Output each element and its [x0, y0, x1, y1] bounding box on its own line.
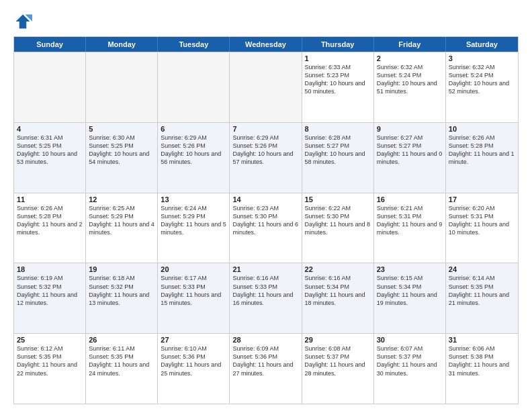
- calendar-cell-2-5: 16Sunrise: 6:21 AM Sunset: 5:31 PM Dayli…: [374, 193, 446, 263]
- day-info: Sunrise: 6:27 AM Sunset: 5:27 PM Dayligh…: [377, 134, 443, 167]
- day-info: Sunrise: 6:19 AM Sunset: 5:32 PM Dayligh…: [17, 274, 83, 307]
- day-info: Sunrise: 6:29 AM Sunset: 5:26 PM Dayligh…: [161, 134, 226, 167]
- day-number: 31: [449, 336, 515, 344]
- day-info: Sunrise: 6:31 AM Sunset: 5:25 PM Dayligh…: [17, 134, 83, 167]
- day-number: 8: [305, 125, 371, 133]
- calendar-cell-3-1: 19Sunrise: 6:18 AM Sunset: 5:32 PM Dayli…: [86, 263, 158, 333]
- day-info: Sunrise: 6:15 AM Sunset: 5:34 PM Dayligh…: [377, 274, 443, 307]
- calendar-cell-2-3: 14Sunrise: 6:23 AM Sunset: 5:30 PM Dayli…: [230, 193, 302, 263]
- weekday-header-monday: Monday: [86, 37, 158, 52]
- logo-icon: [13, 12, 32, 31]
- calendar-cell-4-1: 26Sunrise: 6:11 AM Sunset: 5:35 PM Dayli…: [86, 334, 158, 404]
- day-number: 14: [232, 195, 298, 203]
- day-info: Sunrise: 6:26 AM Sunset: 5:28 PM Dayligh…: [449, 134, 515, 167]
- day-number: 24: [449, 265, 515, 273]
- day-number: 10: [449, 125, 515, 133]
- weekday-header-thursday: Thursday: [302, 37, 374, 52]
- calendar-cell-0-6: 3Sunrise: 6:32 AM Sunset: 5:24 PM Daylig…: [446, 52, 518, 122]
- calendar-cell-0-1: [86, 52, 158, 122]
- calendar-cell-0-5: 2Sunrise: 6:32 AM Sunset: 5:24 PM Daylig…: [374, 52, 446, 122]
- calendar-cell-1-0: 4Sunrise: 6:31 AM Sunset: 5:25 PM Daylig…: [14, 123, 86, 193]
- calendar: SundayMondayTuesdayWednesdayThursdayFrid…: [13, 36, 519, 404]
- day-info: Sunrise: 6:17 AM Sunset: 5:33 PM Dayligh…: [161, 274, 226, 307]
- day-info: Sunrise: 6:28 AM Sunset: 5:27 PM Dayligh…: [305, 134, 371, 167]
- weekday-header-tuesday: Tuesday: [158, 37, 230, 52]
- header: [13, 12, 519, 31]
- calendar-cell-2-4: 15Sunrise: 6:22 AM Sunset: 5:30 PM Dayli…: [302, 193, 374, 263]
- day-number: 15: [305, 195, 371, 203]
- calendar-cell-1-1: 5Sunrise: 6:30 AM Sunset: 5:25 PM Daylig…: [86, 123, 158, 193]
- day-info: Sunrise: 6:16 AM Sunset: 5:34 PM Dayligh…: [305, 274, 371, 307]
- day-info: Sunrise: 6:22 AM Sunset: 5:30 PM Dayligh…: [305, 204, 371, 237]
- calendar-cell-4-3: 28Sunrise: 6:09 AM Sunset: 5:36 PM Dayli…: [230, 334, 302, 404]
- day-number: 1: [305, 54, 371, 62]
- day-info: Sunrise: 6:32 AM Sunset: 5:24 PM Dayligh…: [377, 63, 443, 96]
- calendar-cell-2-2: 13Sunrise: 6:24 AM Sunset: 5:29 PM Dayli…: [158, 193, 230, 263]
- day-info: Sunrise: 6:18 AM Sunset: 5:32 PM Dayligh…: [89, 274, 154, 307]
- day-info: Sunrise: 6:29 AM Sunset: 5:26 PM Dayligh…: [232, 134, 298, 167]
- day-number: 26: [89, 336, 154, 344]
- calendar-cell-1-2: 6Sunrise: 6:29 AM Sunset: 5:26 PM Daylig…: [158, 123, 230, 193]
- day-info: Sunrise: 6:23 AM Sunset: 5:30 PM Dayligh…: [232, 204, 298, 237]
- day-info: Sunrise: 6:26 AM Sunset: 5:28 PM Dayligh…: [17, 204, 83, 237]
- day-number: 9: [377, 125, 443, 133]
- calendar-row-0: 1Sunrise: 6:33 AM Sunset: 5:23 PM Daylig…: [14, 52, 518, 122]
- day-info: Sunrise: 6:06 AM Sunset: 5:38 PM Dayligh…: [449, 345, 515, 377]
- calendar-cell-4-2: 27Sunrise: 6:10 AM Sunset: 5:36 PM Dayli…: [158, 334, 230, 404]
- calendar-cell-2-6: 17Sunrise: 6:20 AM Sunset: 5:31 PM Dayli…: [446, 193, 518, 263]
- day-info: Sunrise: 6:20 AM Sunset: 5:31 PM Dayligh…: [449, 204, 515, 237]
- calendar-cell-0-0: [14, 52, 86, 122]
- calendar-cell-1-3: 7Sunrise: 6:29 AM Sunset: 5:26 PM Daylig…: [230, 123, 302, 193]
- calendar-cell-0-3: [230, 52, 302, 122]
- day-number: 17: [449, 195, 515, 203]
- calendar-header: SundayMondayTuesdayWednesdayThursdayFrid…: [14, 37, 518, 52]
- day-number: 6: [161, 125, 226, 133]
- day-number: 25: [17, 336, 83, 344]
- day-number: 19: [89, 265, 154, 273]
- calendar-cell-3-0: 18Sunrise: 6:19 AM Sunset: 5:32 PM Dayli…: [14, 263, 86, 333]
- day-number: 21: [232, 265, 298, 273]
- calendar-cell-3-3: 21Sunrise: 6:16 AM Sunset: 5:33 PM Dayli…: [230, 263, 302, 333]
- day-info: Sunrise: 6:33 AM Sunset: 5:23 PM Dayligh…: [305, 63, 371, 96]
- day-number: 23: [377, 265, 443, 273]
- day-number: 20: [161, 265, 226, 273]
- day-number: 27: [161, 336, 226, 344]
- calendar-row-3: 18Sunrise: 6:19 AM Sunset: 5:32 PM Dayli…: [14, 263, 518, 333]
- day-number: 7: [232, 125, 298, 133]
- weekday-header-friday: Friday: [374, 37, 446, 52]
- calendar-cell-4-5: 30Sunrise: 6:07 AM Sunset: 5:37 PM Dayli…: [374, 334, 446, 404]
- day-info: Sunrise: 6:10 AM Sunset: 5:36 PM Dayligh…: [161, 345, 226, 377]
- calendar-cell-3-4: 22Sunrise: 6:16 AM Sunset: 5:34 PM Dayli…: [302, 263, 374, 333]
- page: SundayMondayTuesdayWednesdayThursdayFrid…: [0, 0, 532, 411]
- calendar-cell-4-4: 29Sunrise: 6:08 AM Sunset: 5:37 PM Dayli…: [302, 334, 374, 404]
- weekday-header-sunday: Sunday: [14, 37, 86, 52]
- day-number: 30: [377, 336, 443, 344]
- day-info: Sunrise: 6:25 AM Sunset: 5:29 PM Dayligh…: [89, 204, 154, 237]
- day-info: Sunrise: 6:14 AM Sunset: 5:35 PM Dayligh…: [449, 274, 515, 307]
- day-info: Sunrise: 6:30 AM Sunset: 5:25 PM Dayligh…: [89, 134, 154, 167]
- day-info: Sunrise: 6:16 AM Sunset: 5:33 PM Dayligh…: [232, 274, 298, 307]
- day-info: Sunrise: 6:32 AM Sunset: 5:24 PM Dayligh…: [449, 63, 515, 96]
- calendar-cell-1-4: 8Sunrise: 6:28 AM Sunset: 5:27 PM Daylig…: [302, 123, 374, 193]
- day-info: Sunrise: 6:11 AM Sunset: 5:35 PM Dayligh…: [89, 345, 154, 377]
- day-info: Sunrise: 6:07 AM Sunset: 5:37 PM Dayligh…: [377, 345, 443, 377]
- logo: [13, 12, 36, 31]
- day-info: Sunrise: 6:09 AM Sunset: 5:36 PM Dayligh…: [232, 345, 298, 377]
- day-number: 29: [305, 336, 371, 344]
- day-info: Sunrise: 6:08 AM Sunset: 5:37 PM Dayligh…: [305, 345, 371, 377]
- calendar-cell-1-5: 9Sunrise: 6:27 AM Sunset: 5:27 PM Daylig…: [374, 123, 446, 193]
- calendar-row-2: 11Sunrise: 6:26 AM Sunset: 5:28 PM Dayli…: [14, 193, 518, 263]
- day-number: 28: [232, 336, 298, 344]
- calendar-cell-0-4: 1Sunrise: 6:33 AM Sunset: 5:23 PM Daylig…: [302, 52, 374, 122]
- calendar-cell-3-5: 23Sunrise: 6:15 AM Sunset: 5:34 PM Dayli…: [374, 263, 446, 333]
- calendar-row-4: 25Sunrise: 6:12 AM Sunset: 5:35 PM Dayli…: [14, 333, 518, 404]
- calendar-row-1: 4Sunrise: 6:31 AM Sunset: 5:25 PM Daylig…: [14, 122, 518, 193]
- calendar-cell-2-0: 11Sunrise: 6:26 AM Sunset: 5:28 PM Dayli…: [14, 193, 86, 263]
- day-number: 2: [377, 54, 443, 62]
- day-info: Sunrise: 6:12 AM Sunset: 5:35 PM Dayligh…: [17, 345, 83, 377]
- day-number: 12: [89, 195, 154, 203]
- calendar-cell-3-2: 20Sunrise: 6:17 AM Sunset: 5:33 PM Dayli…: [158, 263, 230, 333]
- day-number: 18: [17, 265, 83, 273]
- calendar-cell-0-2: [158, 52, 230, 122]
- day-number: 5: [89, 125, 154, 133]
